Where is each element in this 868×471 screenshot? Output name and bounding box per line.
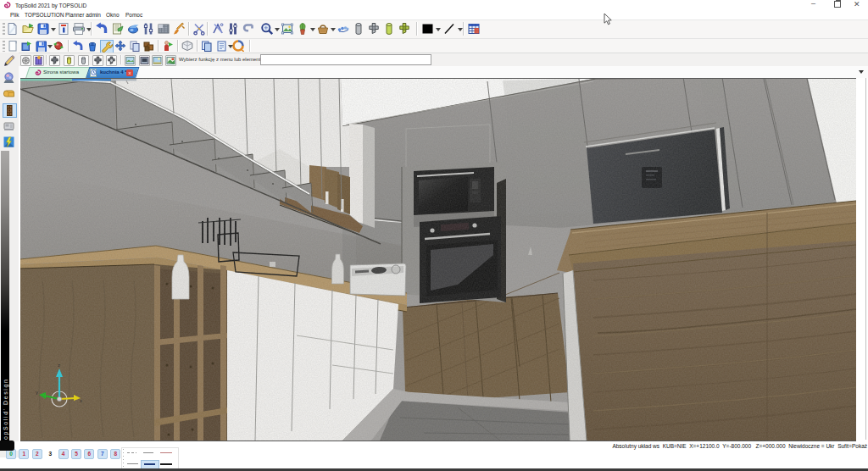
- svg-text:TopSolid’ Design: TopSolid’ Design: [3, 379, 9, 444]
